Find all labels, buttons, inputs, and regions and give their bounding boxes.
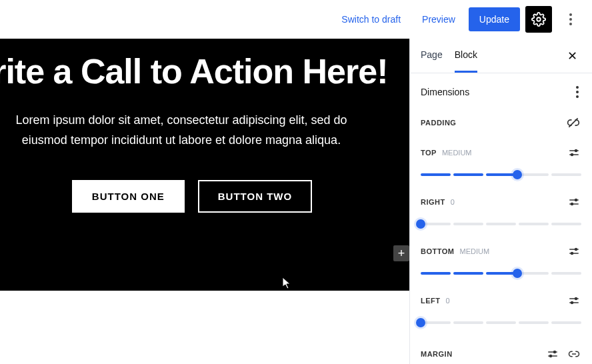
padding-right-slider[interactable]	[421, 219, 581, 229]
paragraph-block[interactable]: Lorem ipsum dolor sit amet, consectetur …	[0, 110, 368, 151]
padding-bottom-label: BOTTOM	[421, 247, 454, 255]
svg-point-8	[575, 199, 577, 201]
tab-block[interactable]: Block	[455, 39, 477, 73]
padding-top-label: TOP	[421, 149, 437, 157]
margin-section-header: MARGIN	[421, 347, 581, 364]
preview-button[interactable]: Preview	[414, 9, 463, 30]
kebab-icon	[576, 86, 579, 98]
buttons-block[interactable]: BUTTON ONE BUTTON TWO	[0, 180, 389, 213]
canvas-below	[0, 291, 409, 364]
padding-left-custom-button[interactable]	[567, 293, 581, 308]
close-icon: ✕	[567, 49, 577, 63]
padding-left-slider[interactable]	[421, 317, 581, 328]
gear-icon	[531, 12, 546, 27]
settings-button[interactable]	[525, 6, 552, 33]
padding-top-value: MEDIUM	[442, 149, 472, 157]
svg-point-13	[571, 253, 573, 255]
svg-point-5	[571, 154, 573, 156]
padding-right-custom-button[interactable]	[567, 195, 581, 209]
padding-left-value: 0	[446, 297, 450, 305]
link-icon	[568, 348, 580, 360]
padding-bottom-control: BOTTOM MEDIUM	[421, 244, 581, 279]
top-toolbar: Switch to draft Preview Update	[0, 0, 592, 39]
svg-point-17	[571, 302, 573, 304]
workspace: Write a Call to Action Here! Lorem ipsum…	[0, 39, 592, 364]
link-sides-button[interactable]	[565, 115, 581, 131]
padding-right-label: RIGHT	[421, 198, 445, 206]
padding-right-control: RIGHT 0	[421, 195, 581, 229]
sliders-icon	[568, 295, 580, 307]
padding-top-control: TOP MEDIUM	[421, 145, 581, 180]
button-one[interactable]: BUTTON ONE	[72, 180, 185, 213]
padding-bottom-custom-button[interactable]	[567, 244, 581, 259]
settings-sidebar: Page Block ✕ Dimensions PADDING	[409, 39, 592, 364]
dimensions-panel: Dimensions PADDING TOP MEDIUM	[410, 73, 592, 364]
add-block-button[interactable]: +	[393, 245, 409, 261]
padding-bottom-value: MEDIUM	[459, 247, 489, 255]
tab-page[interactable]: Page	[421, 39, 443, 73]
margin-link-sides-button[interactable]	[567, 347, 581, 361]
cover-block[interactable]: Write a Call to Action Here! Lorem ipsum…	[0, 39, 409, 213]
padding-left-label: LEFT	[421, 297, 441, 305]
update-button[interactable]: Update	[469, 7, 520, 31]
padding-bottom-slider[interactable]	[421, 268, 581, 279]
switch-to-draft-button[interactable]: Switch to draft	[333, 9, 409, 30]
padding-top-slider[interactable]	[421, 169, 581, 180]
plus-icon: +	[398, 247, 405, 261]
padding-top-custom-button[interactable]	[567, 145, 581, 160]
kebab-icon	[569, 13, 572, 25]
svg-point-0	[537, 17, 541, 21]
svg-point-9	[571, 203, 573, 205]
sliders-icon	[568, 196, 580, 208]
svg-point-16	[575, 298, 577, 300]
svg-point-12	[575, 249, 577, 251]
padding-left-control: LEFT 0	[421, 293, 581, 328]
more-options-button[interactable]	[557, 6, 584, 33]
sliders-icon	[547, 348, 559, 360]
padding-section-header: PADDING	[421, 115, 581, 131]
editor-canvas: Write a Call to Action Here! Lorem ipsum…	[0, 39, 409, 364]
close-sidebar-button[interactable]: ✕	[563, 46, 581, 66]
button-two[interactable]: BUTTON TWO	[198, 180, 312, 213]
padding-right-value: 0	[451, 198, 455, 206]
margin-custom-button[interactable]	[545, 347, 560, 361]
sliders-icon	[568, 147, 580, 159]
svg-point-20	[554, 351, 556, 353]
heading-block[interactable]: Write a Call to Action Here!	[0, 53, 389, 90]
mouse-cursor-icon	[282, 277, 293, 290]
padding-label: PADDING	[421, 119, 456, 127]
panel-options-button[interactable]	[573, 83, 581, 101]
svg-point-4	[575, 150, 577, 152]
margin-label: MARGIN	[421, 350, 453, 358]
panel-title: Dimensions	[421, 87, 469, 97]
unlink-icon	[567, 116, 580, 129]
sidebar-tabs: Page Block ✕	[410, 39, 592, 73]
svg-point-21	[550, 355, 552, 357]
sliders-icon	[568, 245, 580, 257]
